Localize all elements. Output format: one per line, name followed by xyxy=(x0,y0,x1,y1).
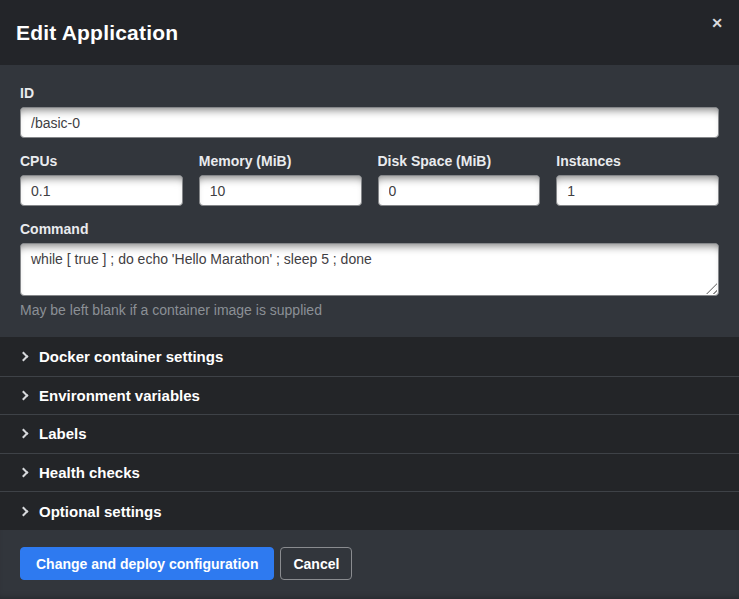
chevron-right-icon xyxy=(19,429,29,439)
id-input[interactable] xyxy=(20,107,719,138)
section-label: Labels xyxy=(39,425,87,442)
chevron-right-icon xyxy=(19,506,29,516)
section-optional-settings[interactable]: Optional settings xyxy=(0,491,739,530)
modal-header: Edit Application ✕ xyxy=(0,0,739,65)
memory-input[interactable] xyxy=(199,175,362,206)
instances-label: Instances xyxy=(556,153,719,169)
edit-application-form: ID CPUs Memory (MiB) Disk Space (MiB) In… xyxy=(0,65,739,337)
memory-label: Memory (MiB) xyxy=(199,153,362,169)
cancel-button[interactable]: Cancel xyxy=(280,547,352,580)
command-label: Command xyxy=(20,221,719,237)
modal-title: Edit Application xyxy=(16,21,178,45)
command-field: Command while [ true ] ; do echo 'Hello … xyxy=(20,221,719,318)
command-textarea[interactable]: while [ true ] ; do echo 'Hello Marathon… xyxy=(20,243,719,296)
modal-footer: Change and deploy configuration Cancel xyxy=(0,530,739,599)
disk-space-label: Disk Space (MiB) xyxy=(378,153,541,169)
section-health-checks[interactable]: Health checks xyxy=(0,453,739,492)
disk-space-input[interactable] xyxy=(378,175,541,206)
change-and-deploy-button[interactable]: Change and deploy configuration xyxy=(20,547,274,580)
memory-field: Memory (MiB) xyxy=(199,153,362,206)
chevron-right-icon xyxy=(19,351,29,361)
section-docker-container-settings[interactable]: Docker container settings xyxy=(0,337,739,376)
cpus-field: CPUs xyxy=(20,153,183,206)
instances-input[interactable] xyxy=(556,175,719,206)
id-field-label: ID xyxy=(20,85,719,101)
close-icon[interactable]: ✕ xyxy=(711,16,723,30)
cpus-input[interactable] xyxy=(20,175,183,206)
disk-space-field: Disk Space (MiB) xyxy=(378,153,541,206)
command-help-text: May be left blank if a container image i… xyxy=(20,302,719,318)
accordion-sections: Docker container settings Environment va… xyxy=(0,337,739,530)
chevron-right-icon xyxy=(19,468,29,478)
section-label: Environment variables xyxy=(39,387,200,404)
edit-application-modal: Edit Application ✕ ID CPUs Memory (MiB) … xyxy=(0,0,739,599)
section-label: Health checks xyxy=(39,464,140,481)
instances-field: Instances xyxy=(556,153,719,206)
cpus-label: CPUs xyxy=(20,153,183,169)
section-label: Optional settings xyxy=(39,503,162,520)
section-environment-variables[interactable]: Environment variables xyxy=(0,376,739,415)
section-labels[interactable]: Labels xyxy=(0,414,739,453)
resources-row: CPUs Memory (MiB) Disk Space (MiB) Insta… xyxy=(20,153,719,206)
command-textarea-wrap: while [ true ] ; do echo 'Hello Marathon… xyxy=(20,243,719,296)
chevron-right-icon xyxy=(19,390,29,400)
section-label: Docker container settings xyxy=(39,348,223,365)
